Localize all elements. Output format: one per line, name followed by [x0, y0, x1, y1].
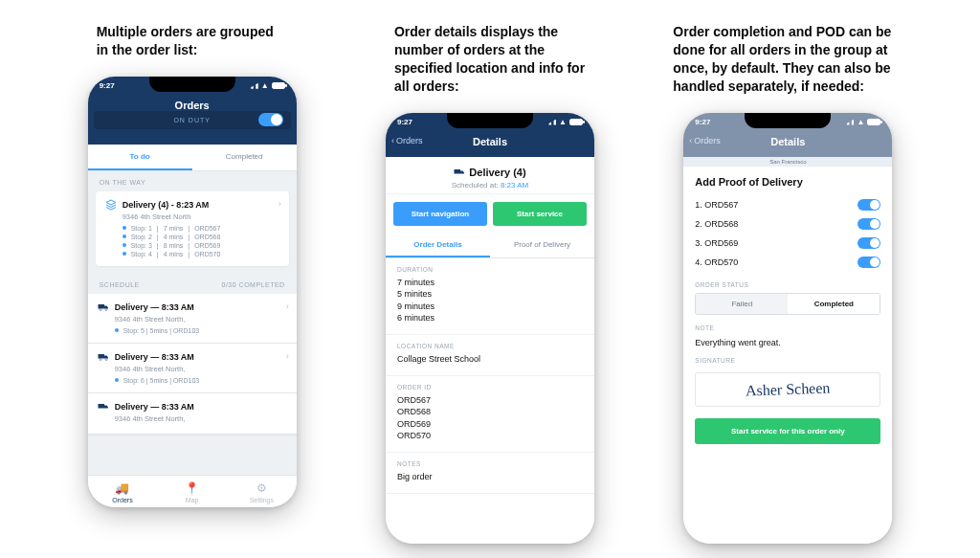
schedule-headline: Delivery — 8:33 AM [115, 402, 194, 412]
notch [149, 77, 235, 92]
notes-section: NOTES Big order [386, 453, 594, 494]
location-section: LOCATION NAME Collage Street School [386, 335, 594, 376]
navbar-title: Orders [88, 100, 297, 111]
truck-icon: 🚚 [115, 481, 129, 495]
pod-toggle[interactable] [858, 199, 880, 211]
tabbar-settings[interactable]: ⚙Settings [227, 481, 297, 503]
notch [745, 113, 831, 128]
pin-icon: 📍 [185, 481, 199, 495]
navbar: ‹Orders Details [683, 130, 892, 157]
chevron-left-icon: ‹ [391, 136, 394, 145]
chevron-right-icon: › [286, 301, 289, 311]
section-schedule: SCHEDULE 0/30 COMPLETED [88, 274, 297, 294]
chevron-right-icon: › [286, 351, 289, 361]
back-button[interactable]: ‹Orders [391, 136, 423, 145]
phone-order-details: 9:27 ▲ ‹Orders Details Delivery (4) Sche… [386, 113, 594, 544]
caption-2: Order details displays the number of ord… [394, 23, 586, 96]
note-label: NOTE [695, 324, 880, 331]
duration-section: DURATION 7 minutes 5 minites 9 minutes 6… [386, 258, 594, 335]
status-time: 9:27 [100, 81, 115, 90]
tabbar-orders[interactable]: 🚚Orders [88, 481, 158, 503]
svg-marker-12 [460, 170, 464, 173]
schedule-address: 9346 4th Street North, [115, 315, 287, 324]
schedule-count: 0/30 COMPLETED [222, 281, 285, 288]
tabbar-map[interactable]: 📍Map [157, 481, 227, 503]
signal-icon [249, 83, 258, 89]
start-navigation-button[interactable]: Start navigation [393, 202, 487, 226]
svg-rect-1 [98, 304, 104, 309]
navbar: ‹Orders Details [386, 130, 594, 157]
signal-icon [546, 120, 556, 125]
status-icons: ▲ [249, 81, 285, 90]
notch [447, 113, 533, 128]
svg-point-4 [105, 308, 107, 310]
stop-line: Stop: 5 | 5mins | ORD103 [115, 326, 287, 335]
segment-completed[interactable]: Completed [788, 294, 880, 314]
wifi-icon: ▲ [261, 81, 269, 90]
start-service-single-button[interactable]: Start service for this order only [695, 418, 880, 444]
pod-item: 2. ORD568 [695, 214, 880, 234]
pod-toggle[interactable] [858, 218, 880, 230]
svg-rect-5 [98, 354, 104, 359]
group-headline: Delivery (4) - 8:23 AM [122, 200, 210, 210]
detail-subtabs: Order Details Proof of Delivery [386, 234, 594, 258]
duty-toggle-row: ON DUTY [94, 111, 291, 129]
duty-toggle[interactable] [258, 113, 283, 126]
schedule-card[interactable]: › Delivery — 8:33 AM 9346 4th Street Nor… [88, 294, 297, 344]
pod-title: Add Proof of Delivery [695, 176, 880, 188]
segment-failed[interactable]: Failed [696, 294, 788, 314]
phone-pod: 9:27 ▲ ‹Orders Details San Francisco Add… [683, 113, 892, 544]
group-address: 9346 4th Street North [122, 212, 279, 221]
truck-icon [98, 301, 109, 313]
battery-icon [272, 82, 285, 89]
svg-rect-9 [98, 404, 104, 409]
status-time: 9:27 [397, 118, 412, 126]
svg-marker-0 [106, 200, 116, 205]
status-icons: ▲ [844, 118, 880, 126]
schedule-address: 9346 4th Street North, [115, 414, 287, 423]
svg-point-8 [105, 358, 107, 360]
pod-toggle[interactable] [858, 237, 880, 249]
stop-line: Stop: 4|4 mins|ORD570 [122, 250, 279, 258]
back-button[interactable]: ‹Orders [689, 136, 721, 145]
order-group-card[interactable]: › Delivery (4) - 8:23 AM 9346 4th Street… [96, 191, 289, 266]
chevron-left-icon: ‹ [689, 136, 692, 145]
pod-toggle[interactable] [858, 257, 880, 268]
stop-line: Stop: 2|4 mins|ORD568 [122, 233, 279, 241]
caption-1: Multiple orders are grouped in the order… [97, 23, 288, 59]
layers-icon [105, 199, 117, 211]
phone-order-list: 9:27 ▲ Orders ON DUTY To do Completed [88, 77, 297, 507]
navbar: Orders ON DUTY [88, 94, 297, 145]
duty-label: ON DUTY [173, 117, 211, 123]
order-status-label: ORDER STATUS [695, 281, 880, 288]
signature-image: Asher Scheen [746, 379, 831, 399]
schedule-headline: Delivery — 8:33 AM [115, 302, 194, 312]
stop-line: Stop: 1|7 mins|ORD567 [122, 224, 279, 233]
tab-order-details[interactable]: Order Details [386, 234, 490, 257]
stop-line: Stop: 3|8 mins|ORD569 [122, 241, 279, 250]
tab-proof-of-delivery[interactable]: Proof of Delivery [490, 234, 594, 257]
note-value[interactable]: Everything went great. [695, 338, 880, 347]
action-buttons: Start navigation Start service [386, 194, 594, 234]
wifi-icon: ▲ [857, 118, 864, 126]
battery-icon [569, 119, 583, 125]
signature-label: SIGNATURE [695, 357, 880, 364]
detail-header: Delivery (4) Scheduled at: 8:23 AM [386, 157, 594, 194]
tab-bar: 🚚Orders 📍Map ⚙Settings [88, 475, 297, 507]
caption-3: Order completion and POD can be done for… [673, 23, 902, 96]
pod-item: 1. ORD567 [695, 195, 880, 214]
svg-point-3 [100, 308, 101, 310]
wifi-icon: ▲ [559, 118, 567, 126]
schedule-card[interactable]: Delivery — 8:33 AM 9346 4th Street North… [88, 393, 297, 435]
svg-marker-6 [104, 355, 108, 358]
signature-box[interactable]: Asher Scheen [695, 372, 880, 407]
tab-todo[interactable]: To do [88, 145, 192, 170]
schedule-card[interactable]: › Delivery — 8:33 AM 9346 4th Street Nor… [88, 344, 297, 393]
pod-sheet: Add Proof of Delivery 1. ORD567 2. ORD56… [683, 167, 892, 544]
stop-line: Stop: 6 | 5mins | ORD103 [115, 376, 287, 385]
tab-completed[interactable]: Completed [192, 145, 297, 170]
truck-icon [454, 167, 465, 178]
start-service-button[interactable]: Start service [493, 202, 587, 226]
pod-item: 4. ORD570 [695, 253, 880, 272]
status-icons: ▲ [546, 118, 583, 126]
